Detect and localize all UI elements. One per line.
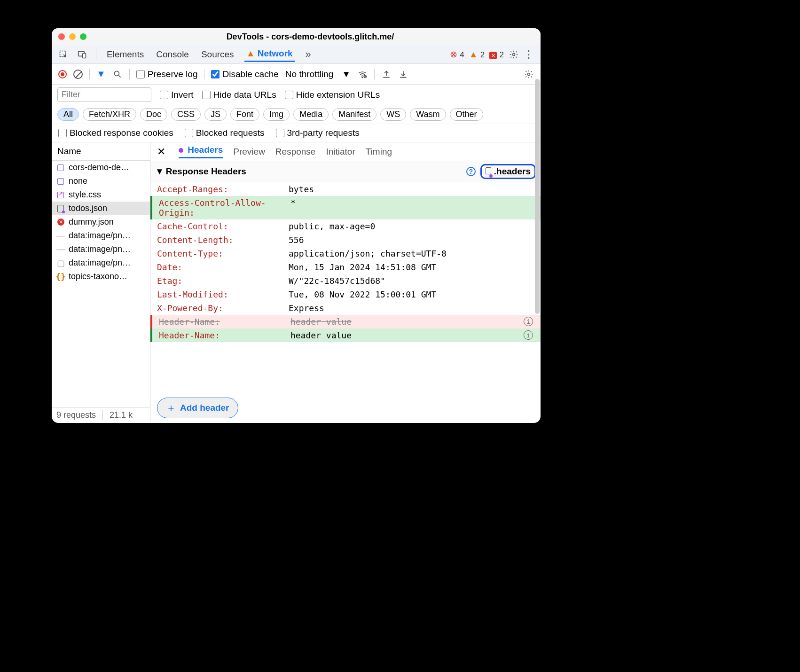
filter-bar: Invert Hide data URLs Hide extension URL… [52,85,541,105]
tab-elements[interactable]: Elements [105,47,146,62]
info-icon[interactable]: i [524,330,533,340]
error-count[interactable]: ⊗ 4 [450,49,464,60]
header-value: 556 [289,235,304,245]
hide-extension-urls-checkbox[interactable]: Hide extension URLs [285,90,380,100]
more-tabs-icon[interactable]: » [303,49,314,60]
filter-input[interactable] [57,87,151,102]
device-toggle-icon[interactable] [77,49,87,60]
chip-wasm[interactable]: Wasm [410,108,446,121]
warning-triangle-icon: ▲ [469,49,478,59]
minimize-window-icon[interactable] [69,33,76,40]
tab-response[interactable]: Response [275,147,316,157]
panel-settings-gear-icon[interactable] [524,69,534,79]
disable-cache-label: Disable cache [222,69,278,79]
plus-icon: ＋ [166,401,176,415]
request-row[interactable]: none [52,174,150,188]
type-filter-chips: AllFetch/XHRDocCSSJSFontImgMediaManifest… [52,105,541,124]
request-row[interactable]: {}topics-taxono… [52,270,150,283]
chip-fetch-xhr[interactable]: Fetch/XHR [83,108,136,121]
header-value: header value [290,317,352,327]
zoom-window-icon[interactable] [80,33,86,40]
issue-count[interactable]: ✕ 2 [489,49,504,60]
window-title: DevTools - cors-demo-devtools.glitch.me/ [86,32,534,42]
headers-override-link[interactable]: .headers [480,164,536,179]
settings-gear-icon[interactable] [509,49,519,60]
file-icon [486,166,491,177]
tab-sources[interactable]: Sources [199,47,236,62]
inspect-icon[interactable] [58,49,69,60]
disclosure-triangle-icon: ▼ [155,166,164,177]
invert-checkbox[interactable]: Invert [160,90,194,100]
chip-css[interactable]: CSS [171,108,201,121]
svg-point-3 [513,53,515,55]
request-name: none [69,176,87,186]
header-key: Header-Name: [159,330,290,340]
extra-filters: Blocked response cookies Blocked request… [52,124,541,142]
hide-data-urls-checkbox[interactable]: Hide data URLs [202,90,276,100]
chip-other[interactable]: Other [450,108,483,121]
header-value: Express [289,303,324,313]
tab-preview[interactable]: Preview [233,147,265,157]
wifi-icon[interactable] [357,69,368,79]
tab-console[interactable]: Console [154,47,191,62]
add-header-button[interactable]: ＋ Add header [157,398,238,418]
blocked-cookies-label: Blocked response cookies [70,128,173,138]
chip-font[interactable]: Font [230,108,259,121]
chip-media[interactable]: Media [293,108,329,121]
chip-js[interactable]: JS [204,108,227,121]
tab-initiator[interactable]: Initiator [326,147,355,157]
header-value: * [290,198,296,208]
add-header-label: Add header [180,403,229,413]
tab-headers[interactable]: Headers [179,145,223,158]
header-row: Content-Length:556 [150,233,541,247]
svg-point-4 [114,71,119,76]
request-row[interactable]: —data:image/pn… [52,242,150,256]
filter-icon[interactable]: ▼ [96,69,106,79]
blocked-cookies-checkbox[interactable]: Blocked response cookies [58,128,173,138]
help-icon[interactable]: ? [466,167,476,176]
close-details-icon[interactable]: ✕ [157,146,165,158]
request-row[interactable]: ▢data:image/pn… [52,256,150,270]
preserve-log-checkbox[interactable]: Preserve log [136,69,198,79]
chip-img[interactable]: Img [263,108,290,121]
request-row[interactable]: style.css [52,188,150,202]
download-icon[interactable] [398,69,408,79]
section-title: Response Headers [166,166,246,177]
header-value: application/json; charset=UTF-8 [289,249,447,258]
request-row[interactable]: todos.json [52,202,150,215]
response-headers-section[interactable]: ▼ Response Headers ? .headers [150,161,541,182]
name-column-header[interactable]: Name [52,142,150,161]
chip-ws[interactable]: WS [380,108,406,121]
transfer-size: 21.1 k [102,410,133,420]
hide-data-urls-label: Hide data URLs [213,90,276,100]
request-row[interactable]: cors-demo-de… [52,161,150,174]
header-value: W/"22c-18457c15d68" [289,276,385,286]
throttling-dropdown[interactable]: No throttling ▼ [285,69,351,79]
error-circle-icon: ⊗ [450,49,457,59]
svg-rect-2 [83,53,86,58]
disable-cache-checkbox[interactable]: Disable cache [211,69,278,79]
scrollbar[interactable] [535,79,540,314]
separator [374,69,375,79]
kebab-menu-icon[interactable]: ⋮ [524,49,534,60]
upload-icon[interactable] [381,69,392,79]
blocked-requests-checkbox[interactable]: Blocked requests [185,128,265,138]
warning-count[interactable]: ▲ 2 [469,49,485,60]
search-icon[interactable] [112,69,123,79]
record-icon[interactable] [58,70,67,78]
preserve-log-label: Preserve log [148,69,198,79]
clear-icon[interactable] [73,70,83,79]
tab-network[interactable]: ▲ Network [244,47,295,62]
info-icon[interactable]: i [524,317,533,326]
request-row[interactable]: —data:image/pn… [52,229,150,242]
tab-timing[interactable]: Timing [366,147,392,157]
close-window-icon[interactable] [58,33,65,40]
header-key: Content-Length: [157,235,289,245]
third-party-checkbox[interactable]: 3rd-party requests [276,128,360,138]
chip-manifest[interactable]: Manifest [332,108,376,121]
header-row: Etag:W/"22c-18457c15d68" [150,274,541,288]
split-view: Name cors-demo-de…nonestyle.csstodos.jso… [52,142,541,423]
request-row[interactable]: ✕dummy.json [52,215,150,229]
chip-doc[interactable]: Doc [140,108,167,121]
chip-all[interactable]: All [57,108,79,121]
